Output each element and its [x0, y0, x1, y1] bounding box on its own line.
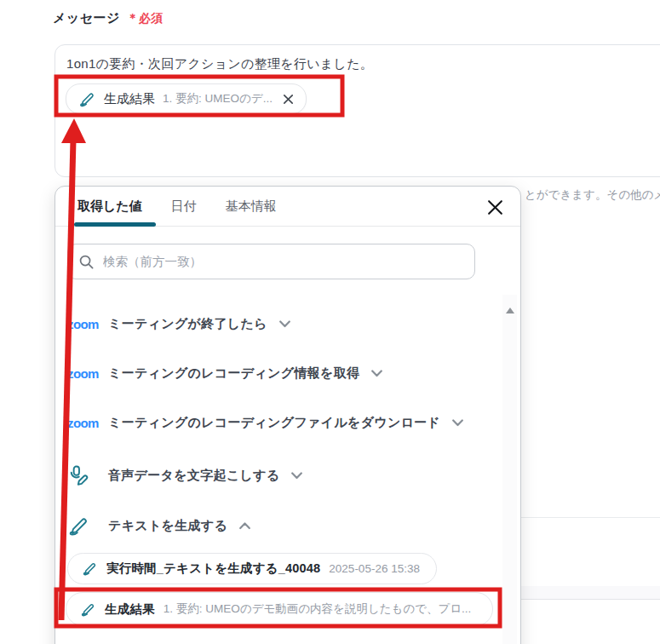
output-meta: 1. 要約: UMEOのデモ動画の内容を説明したもので、プロ... — [164, 601, 472, 617]
pen-icon — [67, 515, 90, 538]
field-label-row: メッセージ ＊必須 — [53, 10, 163, 26]
chevron-down-icon — [291, 472, 302, 480]
item-label: ミーティングのレコーディングファイルをダウンロード — [108, 415, 440, 431]
chevron-up-icon — [239, 522, 250, 530]
zoom-logo-icon: zoom — [67, 366, 99, 381]
mic-pen-icon — [67, 464, 90, 487]
output-item-execution-time[interactable]: 実行時間_テキストを生成する_40048 2025-05-26 15:38 — [67, 553, 437, 584]
chip-remove-button[interactable] — [282, 93, 295, 106]
output-chip[interactable]: 生成結果 1. 要約: UMEOのデ... — [66, 83, 307, 114]
chevron-down-icon — [371, 370, 382, 377]
list-item-generate-text[interactable]: テキストを生成する — [67, 513, 250, 538]
chevron-down-icon — [279, 320, 290, 328]
list-item-meeting-ended[interactable]: zoom ミーティングが終了したら — [67, 311, 290, 336]
section-band — [521, 586, 660, 600]
pen-icon — [82, 561, 98, 577]
output-picker-popup: 取得した値 日付 基本情報 zoom ミーティングが終了したら zoom ミーテ… — [55, 186, 521, 644]
tab-date[interactable]: 日付 — [171, 198, 197, 215]
search-icon — [78, 254, 95, 270]
field-label: メッセージ — [53, 10, 120, 26]
close-icon — [282, 93, 295, 106]
item-label: 音声データを文字起こしする — [108, 468, 279, 484]
chevron-down-icon — [452, 419, 463, 427]
popup-close-button[interactable] — [485, 197, 505, 217]
item-label: ミーティングが終了したら — [108, 316, 267, 332]
list-item-transcribe-audio[interactable]: 音声データを文字起こしする — [67, 463, 302, 488]
item-label: テキストを生成する — [108, 518, 227, 534]
scroll-up-button[interactable] — [502, 302, 517, 319]
item-label: ミーティングのレコーディング情報を取得 — [108, 365, 359, 382]
helper-text: とができます。その他のメンション — [525, 187, 660, 203]
search-input[interactable] — [101, 254, 464, 269]
divider-line — [521, 517, 660, 518]
list-item-download-recording-file[interactable]: zoom ミーティングのレコーディングファイルをダウンロード — [67, 410, 463, 435]
active-tab-underline — [74, 222, 156, 227]
chip-preview: 1. 要約: UMEOのデ... — [163, 91, 273, 106]
output-meta: 2025-05-26 15:38 — [329, 562, 420, 575]
message-text-line: 1on1の要約・次回アクションの整理を行いました。 — [66, 56, 373, 72]
chip-title: 生成結果 — [104, 91, 155, 107]
scrollbar-track[interactable] — [502, 295, 517, 644]
output-title: 実行時間_テキストを生成する_40048 — [106, 561, 320, 577]
search-box[interactable] — [67, 244, 475, 279]
list-item-get-recording-info[interactable]: zoom ミーティングのレコーディング情報を取得 — [67, 360, 382, 386]
message-textarea[interactable]: 1on1の要約・次回アクションの整理を行いました。 生成結果 1. 要約: UM… — [55, 44, 660, 177]
triangle-up-icon — [506, 308, 514, 313]
output-title: 生成結果 — [105, 601, 155, 618]
zoom-logo-icon: zoom — [67, 416, 99, 430]
pen-icon — [78, 90, 96, 108]
required-badge: ＊必須 — [127, 11, 163, 26]
tab-bar: 取得した値 日付 基本情報 — [55, 187, 520, 227]
pen-icon — [80, 601, 96, 618]
output-item-generated-result[interactable]: 生成結果 1. 要約: UMEOのデモ動画の内容を説明したもので、プロ... — [66, 592, 493, 626]
zoom-logo-icon: zoom — [67, 317, 99, 331]
tab-acquired-values[interactable]: 取得した値 — [77, 198, 142, 215]
tab-basic-info[interactable]: 基本情報 — [226, 198, 277, 215]
close-icon — [486, 198, 504, 216]
